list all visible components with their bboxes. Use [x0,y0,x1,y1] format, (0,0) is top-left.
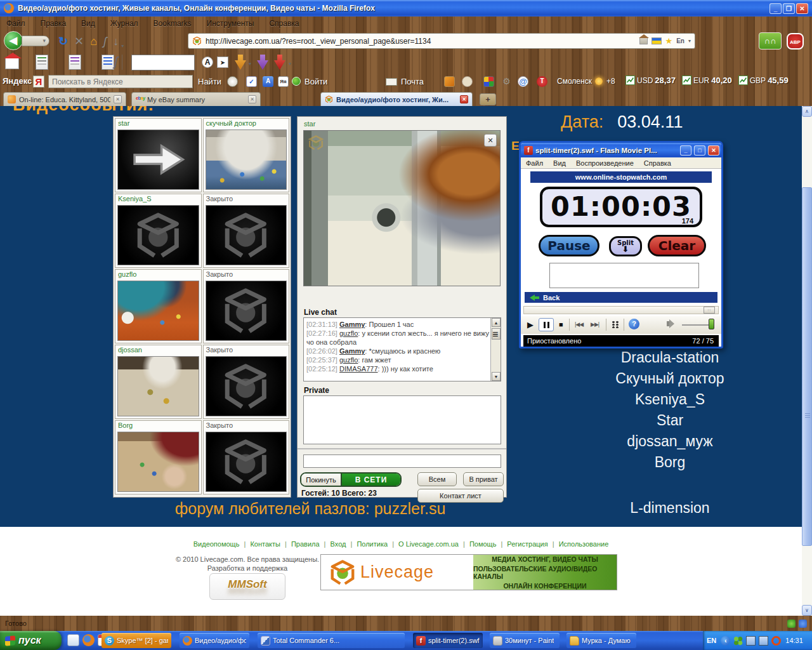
login-key-icon[interactable] [292,77,301,86]
font-size-icon[interactable]: A [202,56,213,68]
mention-icon[interactable]: @ [518,76,528,87]
thumbnail-Kseniya_S[interactable]: Kseniya_S [115,194,202,268]
tab-close-icon[interactable]: ✕ [114,95,122,103]
flash-menu-item-Вид[interactable]: Вид [553,159,566,167]
thumbnail-Borg[interactable]: Borg [115,420,202,494]
thumbnail-guzflo[interactable]: guzflo [115,269,202,343]
user-list-item[interactable]: Dracula-station [558,347,782,368]
chat-user[interactable]: Gammy [339,321,365,328]
translate-icon[interactable]: A [263,76,273,87]
volume-knob[interactable] [709,319,714,329]
restore-button[interactable]: ❐ [783,3,795,14]
bookmark-home-icon[interactable] [639,37,648,44]
thumbnail-Закрыто[interactable]: Закрыто [203,420,290,494]
split-times-box[interactable] [549,263,699,288]
chat-user[interactable]: guzflo [339,329,358,337]
seek-handle[interactable]: ∷ [704,307,715,314]
clock-icon[interactable] [462,76,473,87]
user-list-item[interactable]: Kseniya_S [558,389,782,410]
stop-button[interactable]: ✕ [74,32,84,51]
message-input[interactable] [303,454,501,468]
user-list-item[interactable]: Star [558,410,782,431]
url-input[interactable] [206,37,636,46]
currency-rate[interactable]: EUR 40,20 [682,76,732,85]
taskbar-button-firefox[interactable]: Видео/аудио/фот... [180,633,249,648]
main-video[interactable]: ✕ [303,130,501,286]
ukraine-flag-icon[interactable] [652,37,662,44]
mail-envelope-icon[interactable] [386,78,397,86]
scroll-up-icon[interactable]: ▲ [492,318,501,327]
thumbnail-preview[interactable] [206,356,287,416]
chat-user[interactable]: Gammy [339,347,365,355]
page-notes-icon[interactable] [69,55,81,70]
private-chat-box[interactable] [303,395,501,444]
network-icon[interactable] [746,636,756,646]
clear-button[interactable]: Clear [648,235,706,256]
footer-link-Помощь[interactable]: Помощь [469,540,497,548]
start-button[interactable]: пуск [0,631,62,650]
stop-icon[interactable]: ■ [559,321,563,328]
user-list-item[interactable]: Borg [558,452,782,473]
footer-link-Контакты[interactable]: Контакты [250,540,280,548]
currency-rate[interactable]: GBP 45,59 [738,76,789,85]
footer-link-Видеопомощь[interactable]: Видеопомощь [193,540,240,548]
taskbar-button-tc[interactable]: Total Commander 6... [258,633,405,648]
block-icon[interactable]: Т [537,76,547,87]
pause-button[interactable]: Pause [539,235,599,256]
video-close-button[interactable]: ✕ [484,134,497,147]
opera-icon[interactable] [771,636,781,646]
footer-link-Регистрация[interactable]: Регистрация [507,540,547,548]
footer-link-Использование[interactable]: Использование [559,540,609,548]
flash-minimize-button[interactable]: _ [680,145,691,156]
tab-livecage[interactable]: Видео/аудио/фото хостинг, Жи... ✕ [320,92,473,106]
footer-link-Политика[interactable]: Политика [357,540,388,548]
tray-green-icon[interactable] [733,636,743,646]
extension-icon[interactable]: ∩∩ [759,32,782,50]
reload-button[interactable]: ↻ [58,32,68,51]
download-red-icon[interactable] [274,55,285,70]
taskbar-button-paint[interactable]: 30минут - Paint [490,633,560,648]
back-button[interactable]: ◀ [4,31,23,50]
quicklaunch-firefox-icon[interactable] [82,634,95,646]
thumbnail-Закрыто[interactable]: Закрыто [203,345,290,419]
bookmark-star-icon[interactable]: ★ [665,36,673,46]
thumbnail-preview[interactable] [206,432,287,492]
yandex-logo-icon[interactable]: Я [33,76,44,88]
city-label[interactable]: Смоленск [557,77,592,86]
scroll-thumb[interactable]: ≡ [492,328,501,340]
footer-link-Вход[interactable]: Вход [331,540,346,548]
user-list-item[interactable]: Скучный доктор [558,368,782,389]
scroll-thumb[interactable] [802,187,812,546]
status-extension-icon[interactable] [799,620,807,628]
network-icon[interactable] [759,636,768,646]
yandex-brand[interactable]: Яндекс [3,76,32,86]
menu-item-Файл[interactable]: Файл [6,19,25,28]
volume-slider[interactable] [682,324,711,326]
yandex-search-input[interactable] [48,75,193,88]
flash-menu-item-Воспроизведение[interactable]: Воспроизведение [576,159,634,167]
home-red-icon[interactable] [5,58,19,69]
yandex-login[interactable]: Войти [304,77,327,86]
spellcheck-icon[interactable]: ✓ [246,76,257,87]
livecage-banner[interactable]: Livecage МЕДИА ХОСТИНГ, ВИДЕО ЧАТЫПОЛЬЗО… [320,554,617,590]
menu-item-Журнал[interactable]: Журнал [110,19,138,28]
send-all-button[interactable]: Всем [417,472,457,486]
home-button[interactable]: ⌂ [90,32,97,51]
help-icon[interactable]: ? [629,319,639,329]
footer-link-Правила[interactable]: Правила [291,540,320,548]
thumbnail-preview[interactable] [206,281,287,341]
split-button[interactable]: Split⬇ [609,236,642,256]
thumbnail-djossan[interactable]: djossan [115,345,202,419]
lang-indicator[interactable]: En [676,37,684,44]
thumbnail-preview[interactable] [117,205,199,265]
scroll-up-icon[interactable]: ∧ [802,106,812,117]
apps-grid-icon[interactable] [483,76,494,87]
stopwatch-banner[interactable]: www.online-stopwatch.com [530,171,712,183]
downloads-caret[interactable]: ▾ [121,43,124,49]
download-orange-icon[interactable] [235,55,246,70]
feed-icon[interactable]: ʃ [103,32,107,51]
tab-kittyland[interactable]: On-line: Educa. Kittyland, 500x1. Дата..… [3,92,126,106]
footer-link-О Livecage.com.ua[interactable]: О Livecage.com.ua [398,540,459,548]
leave-button[interactable]: Покинуть [301,474,342,486]
livechat-box[interactable]: [02:31:13] Gammy: Прошел 1 час[02:27:16]… [303,317,501,381]
